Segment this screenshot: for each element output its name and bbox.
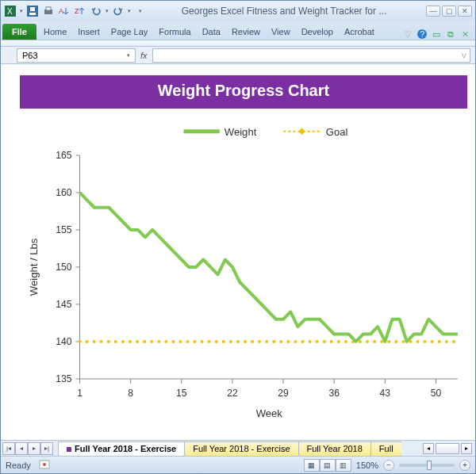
svg-point-56 (150, 340, 153, 343)
undo-icon[interactable] (90, 5, 102, 17)
ribbon-tab-developer[interactable]: Develop (296, 24, 339, 40)
svg-point-57 (157, 340, 160, 343)
ribbon-restore-icon[interactable]: ⧉ (445, 29, 456, 40)
sort-desc-icon[interactable]: Z (74, 5, 86, 17)
sheet-tab-bar: |◂ ◂ ▸ ▸| Full Year 2018 - Exercise Full… (1, 440, 475, 456)
file-tab[interactable]: File (2, 24, 36, 40)
sort-asc-icon[interactable]: A (58, 5, 71, 17)
chart-svg: Weight Goal 135140145150155160165 Weight… (20, 115, 467, 435)
ribbon-tab-home[interactable]: Home (38, 24, 72, 40)
ribbon-tab-formulas[interactable]: Formula (153, 24, 196, 40)
help-icon[interactable]: ? (416, 29, 428, 40)
window-controls: — ▢ ✕ (426, 6, 472, 17)
ribbon-tab-insert[interactable]: Insert (72, 24, 106, 40)
svg-point-65 (215, 340, 218, 343)
title-bar: X ▾ A Z ▾ ▾ ▾ Georges Ex (1, 1, 475, 21)
svg-point-67 (229, 340, 232, 343)
zoom-value[interactable]: 150% (356, 461, 378, 470)
svg-text:140: 140 (56, 336, 71, 347)
formula-bar[interactable]: ⋁ (152, 48, 470, 63)
sheet-nav-next[interactable]: ▸ (28, 442, 40, 455)
svg-point-90 (394, 340, 397, 343)
redo-icon[interactable] (112, 5, 125, 17)
ribbon-tab-review[interactable]: Review (226, 24, 266, 40)
svg-point-83 (344, 340, 347, 343)
excel-window: X ▾ A Z ▾ ▾ ▾ Georges Ex (0, 0, 476, 474)
svg-text:50: 50 (431, 388, 442, 399)
ribbon-tab-view[interactable]: View (266, 24, 296, 40)
chart-plot-area: Weight Goal 135140145150155160165 Weight… (20, 115, 467, 435)
svg-point-69 (244, 340, 247, 343)
svg-point-95 (431, 340, 434, 343)
view-page-break[interactable]: ▥ (336, 459, 351, 472)
sheet-tab[interactable]: Full (370, 442, 401, 456)
minimize-button[interactable]: — (426, 6, 440, 17)
close-button[interactable]: ✕ (458, 6, 472, 17)
svg-text:22: 22 (227, 388, 238, 399)
hscroll-right[interactable]: ▸ (461, 443, 472, 454)
y-axis-label: Weight / Lbs (28, 238, 40, 296)
svg-point-97 (445, 340, 448, 343)
svg-point-72 (265, 340, 268, 343)
worksheet-area[interactable]: Weight Progress Chart Weight Goal 135140… (1, 64, 475, 440)
fx-label[interactable]: fx (140, 51, 148, 60)
ribbon-body-collapsed (1, 40, 475, 47)
zoom-in-button[interactable]: + (459, 460, 470, 471)
svg-point-81 (330, 340, 333, 343)
sheet-tab-label: Full Year 2018 - Exercise (193, 444, 290, 453)
svg-text:150: 150 (56, 262, 71, 273)
sheet-tab[interactable]: Full Year 2018 - Exercise (58, 442, 185, 456)
sheet-tab[interactable]: Full Year 2018 (298, 442, 371, 456)
redo-dropdown-icon[interactable]: ▾ (128, 8, 131, 14)
svg-point-87 (373, 340, 376, 343)
svg-text:8: 8 (128, 388, 133, 399)
svg-point-77 (301, 340, 305, 343)
horizontal-scrollbar[interactable]: ◂ ▸ (423, 443, 475, 454)
svg-point-53 (129, 340, 132, 343)
sheet-nav-first[interactable]: |◂ (2, 442, 15, 455)
view-normal[interactable]: ▦ (304, 459, 320, 472)
zoom-slider[interactable] (399, 464, 455, 467)
sheet-tab-label: Full Year 2018 - Exercise (75, 444, 176, 453)
hscroll-thumb[interactable] (436, 443, 459, 454)
svg-point-58 (164, 340, 167, 343)
ribbon-heart-icon[interactable]: ♡ (402, 29, 413, 40)
qat-dropdown-icon[interactable]: ▾ (20, 8, 23, 14)
svg-point-86 (366, 340, 369, 343)
print-icon[interactable] (42, 5, 55, 17)
chart-object[interactable]: Weight Progress Chart Weight Goal 135140… (20, 75, 467, 435)
sheet-nav-last[interactable]: ▸| (40, 442, 53, 455)
svg-point-68 (236, 340, 240, 343)
ribbon-minimize-icon[interactable]: ▭ (431, 29, 442, 40)
formula-bar-expand-icon[interactable]: ⋁ (462, 52, 466, 59)
svg-point-51 (114, 340, 117, 343)
status-bar: Ready ▦ ▤ ▥ 150% − + (1, 456, 475, 473)
svg-point-93 (416, 340, 420, 343)
name-box[interactable]: P63 ▾ (17, 48, 136, 63)
quick-access-toolbar: X ▾ A Z ▾ ▾ ▾ (4, 5, 142, 17)
hscroll-left[interactable]: ◂ (423, 443, 434, 454)
view-page-layout[interactable]: ▤ (320, 459, 336, 472)
svg-point-70 (251, 340, 254, 343)
svg-rect-4 (30, 7, 35, 11)
ribbon-close-icon[interactable]: ⨯ (459, 29, 470, 40)
save-icon[interactable] (26, 5, 39, 17)
svg-point-48 (93, 340, 96, 343)
name-box-dropdown-icon[interactable]: ▾ (127, 52, 130, 59)
maximize-button[interactable]: ▢ (442, 6, 456, 17)
svg-point-52 (121, 340, 125, 343)
ribbon-tab-page-layout[interactable]: Page Lay (106, 24, 153, 40)
macro-record-icon[interactable] (39, 459, 50, 472)
zoom-slider-thumb[interactable] (427, 461, 432, 470)
ribbon-tab-data[interactable]: Data (197, 24, 226, 40)
svg-text:29: 29 (278, 388, 289, 399)
sheet-tab[interactable]: Full Year 2018 - Exercise (184, 442, 298, 456)
zoom-out-button[interactable]: − (383, 460, 394, 471)
undo-dropdown-icon[interactable]: ▾ (106, 8, 109, 14)
svg-text:Z: Z (75, 7, 79, 15)
svg-text:A: A (59, 7, 63, 15)
ribbon-tab-acrobat[interactable]: Acrobat (339, 24, 380, 40)
svg-point-62 (194, 340, 197, 343)
excel-icon: X (4, 5, 17, 17)
sheet-nav-prev[interactable]: ◂ (15, 442, 28, 455)
